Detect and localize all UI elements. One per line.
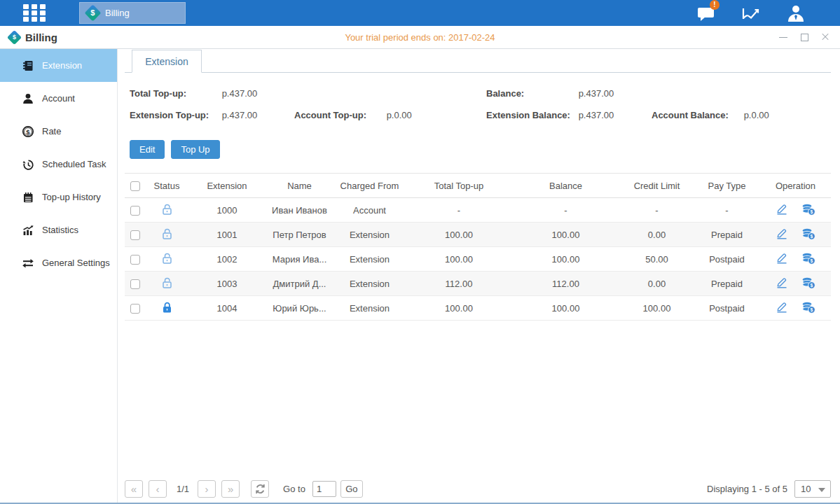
table-row[interactable]: 1002 Мария Ива... Extension 100.00 100.0… bbox=[125, 247, 831, 272]
name-cell: Мария Ива... bbox=[266, 247, 333, 272]
total-topup-label: Total Top-up: bbox=[130, 88, 219, 99]
table-row[interactable]: 1001 Петр Петров Extension 100.00 100.00… bbox=[125, 223, 831, 247]
sidebar-item-statistics[interactable]: Statistics bbox=[0, 214, 117, 246]
transfer-arrows-icon bbox=[22, 257, 34, 270]
row-checkbox[interactable] bbox=[130, 230, 140, 240]
extension-table-body: 1000 Иван Иванов Account - - - - bbox=[125, 198, 831, 321]
sidebar-item-rate[interactable]: $ Rate bbox=[0, 115, 117, 148]
edit-icon[interactable] bbox=[776, 203, 788, 217]
pay-type-cell: Postpaid bbox=[694, 247, 760, 272]
top-up-icon[interactable]: $ bbox=[801, 227, 815, 242]
edit-icon[interactable] bbox=[776, 227, 788, 241]
table-row[interactable]: 1003 Дмитрий Д... Extension 112.00 112.0… bbox=[125, 272, 831, 296]
total-topup-cell: 100.00 bbox=[406, 247, 511, 272]
select-all-checkbox[interactable] bbox=[130, 181, 140, 191]
sidebar-item-label: Statistics bbox=[42, 225, 78, 235]
table-header-row: Status Extension Name Charged From Total… bbox=[125, 174, 831, 198]
status-lock-icon bbox=[161, 256, 173, 267]
edit-button[interactable]: Edit bbox=[130, 140, 165, 159]
charged-from-cell: Extension bbox=[333, 296, 406, 321]
stats-icon bbox=[22, 224, 34, 237]
goto-page-input[interactable] bbox=[312, 481, 336, 497]
tab-strip: Extension bbox=[125, 49, 831, 73]
paging-toolbar: « ‹ 1/1 › » Go to Go Displaying bbox=[125, 477, 831, 500]
extension-cell: 1002 bbox=[188, 247, 266, 272]
unlocked-icon bbox=[161, 276, 173, 289]
table-row[interactable]: 1000 Иван Иванов Account - - - - bbox=[125, 198, 831, 223]
total-topup-cell: 100.00 bbox=[406, 223, 511, 247]
extension-balance-label: Extension Balance: bbox=[486, 110, 576, 120]
page-size-select[interactable]: 10 bbox=[794, 480, 831, 498]
top-up-icon[interactable]: $ bbox=[801, 301, 815, 316]
taskbar-tab-billing[interactable]: $ Billing bbox=[79, 2, 186, 24]
messages-icon[interactable]: ! bbox=[696, 4, 717, 22]
pay-type-cell: Postpaid bbox=[694, 296, 760, 321]
minimize-icon[interactable] bbox=[778, 32, 788, 42]
top-up-icon[interactable]: $ bbox=[801, 276, 815, 291]
svg-text:$: $ bbox=[811, 258, 813, 264]
sidebar-item-general-settings[interactable]: General Settings bbox=[0, 246, 117, 279]
row-checkbox[interactable] bbox=[130, 279, 140, 289]
col-credit-limit: Credit Limit bbox=[620, 174, 694, 198]
col-operation: Operation bbox=[760, 174, 831, 198]
row-checkbox[interactable] bbox=[130, 304, 140, 314]
balance-value: p.437.00 bbox=[579, 88, 614, 99]
prev-page-button[interactable]: ‹ bbox=[149, 480, 167, 498]
ledger-icon bbox=[22, 59, 34, 72]
balance-cell: 100.00 bbox=[511, 296, 620, 321]
svg-text:$: $ bbox=[811, 307, 813, 313]
row-checkbox[interactable] bbox=[130, 206, 140, 216]
edit-icon[interactable] bbox=[776, 252, 788, 266]
maximize-icon[interactable] bbox=[799, 32, 809, 42]
col-charged-from: Charged From bbox=[333, 174, 406, 198]
app-launcher-grid-icon[interactable] bbox=[23, 4, 51, 22]
close-icon[interactable] bbox=[820, 32, 830, 42]
sidebar-item-scheduled-task[interactable]: Scheduled Task bbox=[0, 148, 117, 181]
page-size-value: 10 bbox=[801, 484, 811, 494]
balance-label: Balance: bbox=[486, 88, 576, 99]
charged-from-cell: Account bbox=[333, 198, 406, 223]
balance-cell: 100.00 bbox=[511, 247, 620, 272]
edit-icon[interactable] bbox=[776, 276, 788, 290]
tab-extension[interactable]: Extension bbox=[132, 50, 202, 73]
account-balance-label: Account Balance: bbox=[652, 110, 741, 120]
total-topup-cell: - bbox=[406, 198, 511, 223]
extension-topup-label: Extension Top-up: bbox=[130, 110, 219, 120]
pay-type-cell: - bbox=[694, 198, 760, 223]
user-account-icon[interactable] bbox=[785, 4, 806, 22]
go-button[interactable]: Go bbox=[340, 480, 363, 498]
col-name: Name bbox=[266, 174, 333, 198]
name-cell: Юрий Юрь... bbox=[266, 296, 333, 321]
top-up-button[interactable]: Top Up bbox=[171, 140, 219, 159]
edit-icon[interactable] bbox=[776, 301, 788, 315]
top-up-icon[interactable]: $ bbox=[801, 252, 815, 267]
credit-limit-cell: 0.00 bbox=[620, 223, 694, 247]
extension-cell: 1003 bbox=[188, 272, 266, 296]
sidebar-item-extension[interactable]: Extension bbox=[0, 49, 117, 82]
extension-cell: 1000 bbox=[188, 198, 266, 223]
total-topup-cell: 100.00 bbox=[406, 296, 511, 321]
last-page-button[interactable]: » bbox=[221, 480, 240, 498]
balance-cell: 112.00 bbox=[511, 272, 620, 296]
name-cell: Петр Петров bbox=[266, 223, 333, 247]
reports-chart-icon[interactable] bbox=[741, 4, 762, 22]
sidebar-item-topup-history[interactable]: Top-up History bbox=[0, 181, 117, 214]
table-row[interactable]: 1004 Юрий Юрь... Extension 100.00 100.00… bbox=[125, 296, 831, 321]
name-cell: Иван Иванов bbox=[266, 198, 333, 223]
first-page-button[interactable]: « bbox=[125, 480, 143, 498]
top-up-icon[interactable]: $ bbox=[801, 203, 815, 218]
next-page-button[interactable]: › bbox=[198, 480, 216, 498]
charged-from-cell: Extension bbox=[333, 272, 406, 296]
pay-type-cell: Prepaid bbox=[694, 272, 760, 296]
row-checkbox[interactable] bbox=[130, 255, 140, 265]
sidebar-item-account[interactable]: Account bbox=[0, 82, 117, 115]
svg-text:$: $ bbox=[811, 209, 813, 215]
extension-table: Status Extension Name Charged From Total… bbox=[125, 173, 831, 321]
credit-limit-cell: 50.00 bbox=[620, 247, 694, 272]
unlocked-icon bbox=[161, 227, 173, 240]
extension-balance-value: p.437.00 bbox=[579, 110, 614, 120]
refresh-icon[interactable] bbox=[251, 480, 269, 498]
svg-text:$: $ bbox=[811, 234, 813, 239]
billing-dollar-diamond-icon: $ bbox=[84, 4, 101, 21]
person-icon bbox=[22, 92, 34, 105]
